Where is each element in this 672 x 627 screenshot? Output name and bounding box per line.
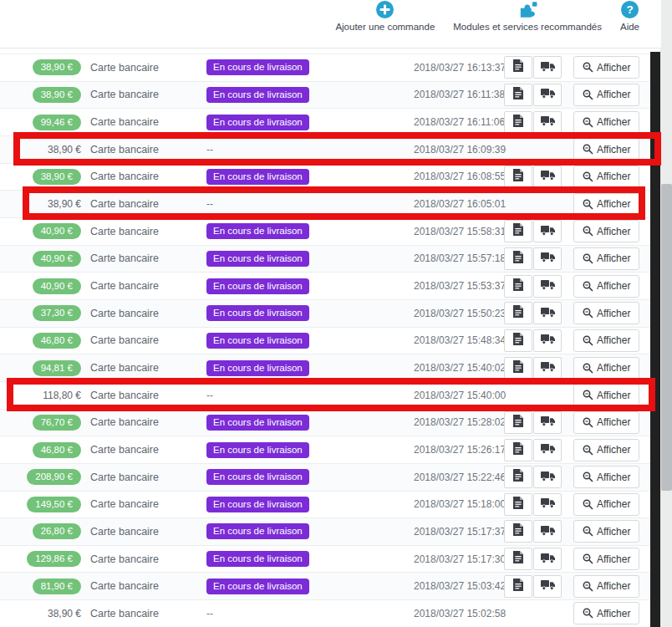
view-order-button[interactable]: Afficher: [573, 548, 639, 570]
table-row[interactable]: 40,90 € Carte bancaire En cours de livra…: [0, 272, 651, 299]
invoice-button[interactable]: [504, 111, 532, 134]
invoice-button[interactable]: [504, 84, 532, 106]
invoice-button[interactable]: [504, 493, 532, 516]
table-row[interactable]: 26,80 € Carte bancaire En cours de livra…: [0, 517, 651, 545]
view-order-button[interactable]: Afficher: [573, 166, 639, 188]
delivery-slip-button[interactable]: [533, 548, 562, 570]
help-button[interactable]: ? Aide: [620, 1, 639, 32]
total-paid-badge: 149,50 €: [27, 497, 81, 512]
view-order-button[interactable]: Afficher: [573, 357, 639, 380]
view-order-button[interactable]: Afficher: [573, 439, 639, 461]
table-row[interactable]: 99,46 € Carte bancaire En cours de livra…: [0, 108, 651, 135]
payment-cell: Carte bancaire: [90, 492, 203, 518]
table-row[interactable]: 118,80 € Carte bancaire -- 2018/03/27 15…: [0, 381, 651, 409]
table-row[interactable]: 38,90 € Carte bancaire -- 2018/03/27 16:…: [0, 135, 651, 163]
delivery-slip-button[interactable]: [533, 302, 562, 324]
delivery-slip-button[interactable]: [533, 466, 562, 488]
table-row[interactable]: 129,86 € Carte bancaire En cours de livr…: [0, 545, 651, 573]
delivery-slip-button[interactable]: [533, 220, 562, 242]
table-row[interactable]: 38,90 € Carte bancaire En cours de livra…: [0, 81, 651, 109]
view-order-button[interactable]: Afficher: [573, 466, 639, 488]
order-status-badge: En cours de livraison: [206, 278, 309, 294]
view-order-button[interactable]: Afficher: [573, 275, 639, 298]
action-cell: Afficher: [573, 410, 640, 436]
invoice-button[interactable]: [504, 275, 532, 298]
delivery-slip-button[interactable]: [533, 411, 562, 434]
delivery-slip-button[interactable]: [533, 493, 562, 516]
action-cell: Afficher: [573, 300, 640, 327]
invoice-button[interactable]: [504, 329, 532, 352]
view-order-button[interactable]: Afficher: [573, 520, 639, 543]
view-order-button[interactable]: Afficher: [573, 111, 639, 134]
view-order-button[interactable]: Afficher: [573, 247, 639, 270]
table-row[interactable]: 76,70 € Carte bancaire En cours de livra…: [0, 409, 651, 436]
delivery-slip-button[interactable]: [533, 56, 562, 79]
delivery-slip-button[interactable]: [533, 247, 562, 270]
date-cell: 2018/03/27 16:11:06: [414, 109, 506, 135]
invoice-button[interactable]: [504, 466, 532, 488]
delivery-slip-button[interactable]: [533, 84, 562, 106]
delivery-slip-button[interactable]: [533, 166, 562, 188]
scrollbar-thumb[interactable]: [661, 184, 672, 491]
table-row[interactable]: 208,90 € Carte bancaire En cours de livr…: [0, 463, 651, 491]
view-order-button[interactable]: Afficher: [573, 411, 639, 434]
table-row[interactable]: 37,30 € Carte bancaire En cours de livra…: [0, 299, 651, 327]
order-total-cell: 149,50 €: [0, 492, 81, 518]
table-row[interactable]: 46,80 € Carte bancaire En cours de livra…: [0, 436, 651, 463]
table-row[interactable]: 46,80 € Carte bancaire En cours de livra…: [0, 327, 651, 354]
view-order-button[interactable]: Afficher: [573, 84, 639, 106]
delivery-slip-button[interactable]: [533, 520, 562, 543]
order-total-cell: 40,90 €: [0, 218, 81, 245]
table-row[interactable]: 38,90 € Carte bancaire En cours de livra…: [0, 163, 651, 191]
table-row[interactable]: 38,90 € Carte bancaire En cours de livra…: [0, 54, 651, 81]
table-row[interactable]: 149,50 € Carte bancaire En cours de livr…: [0, 491, 651, 518]
invoice-button[interactable]: [504, 302, 532, 324]
document-icon: [513, 442, 523, 458]
invoice-button[interactable]: [504, 357, 532, 380]
table-row[interactable]: 38,90 € Carte bancaire -- 2018/03/27 15:…: [0, 599, 651, 627]
total-paid-badge: 40,90 €: [33, 223, 81, 239]
view-order-button[interactable]: Afficher: [573, 493, 639, 516]
date-cell: 2018/03/27 15:53:37: [414, 273, 506, 299]
table-row[interactable]: 81,90 € Carte bancaire En cours de livra…: [0, 572, 651, 599]
view-order-button[interactable]: Afficher: [573, 575, 639, 598]
invoice-button[interactable]: [504, 166, 532, 188]
invoice-button[interactable]: [504, 439, 532, 461]
invoice-button[interactable]: [504, 548, 532, 570]
delivery-slip-button[interactable]: [533, 357, 562, 380]
document-icon: [513, 523, 523, 539]
table-row[interactable]: 40,90 € Carte bancaire En cours de livra…: [0, 217, 651, 245]
table-row[interactable]: 40,90 € Carte bancaire En cours de livra…: [0, 245, 651, 273]
view-order-button[interactable]: Afficher: [573, 56, 639, 79]
invoice-button[interactable]: [504, 411, 532, 434]
view-order-button[interactable]: Afficher: [573, 602, 639, 624]
payment-cell: Carte bancaire: [90, 136, 203, 163]
delivery-slip-button[interactable]: [533, 275, 562, 298]
view-order-button[interactable]: Afficher: [573, 138, 639, 161]
view-order-button[interactable]: Afficher: [573, 220, 639, 242]
view-order-label: Afficher: [597, 198, 630, 210]
delivery-slip-button[interactable]: [533, 329, 562, 352]
payment-method-label: Carte bancaire: [90, 390, 159, 401]
order-total-cell: 99,46 €: [0, 109, 81, 135]
invoice-button[interactable]: [504, 247, 532, 270]
delivery-slip-button[interactable]: [533, 575, 562, 598]
invoice-button[interactable]: [504, 575, 532, 598]
table-row[interactable]: 94,81 € Carte bancaire En cours de livra…: [0, 354, 651, 381]
view-order-button[interactable]: Afficher: [573, 384, 639, 406]
delivery-slip-button[interactable]: [533, 111, 562, 134]
payment-method-label: Carte bancaire: [90, 89, 159, 100]
modules-services-button[interactable]: Modules et services recommandés: [453, 1, 602, 32]
delivery-slip-button[interactable]: [533, 439, 562, 461]
date-cell: 2018/03/27 15:57:18: [414, 246, 506, 273]
invoice-button[interactable]: [504, 56, 532, 79]
add-order-button[interactable]: Ajouter une commande: [335, 1, 435, 32]
view-order-button[interactable]: Afficher: [573, 329, 639, 352]
view-order-button[interactable]: Afficher: [573, 193, 639, 216]
action-cell: Afficher: [573, 328, 640, 354]
invoice-button[interactable]: [504, 220, 532, 242]
documents-cell: [504, 436, 567, 463]
table-row[interactable]: 38,90 € Carte bancaire -- 2018/03/27 16:…: [0, 190, 651, 217]
view-order-button[interactable]: Afficher: [573, 302, 639, 324]
invoice-button[interactable]: [504, 520, 532, 543]
